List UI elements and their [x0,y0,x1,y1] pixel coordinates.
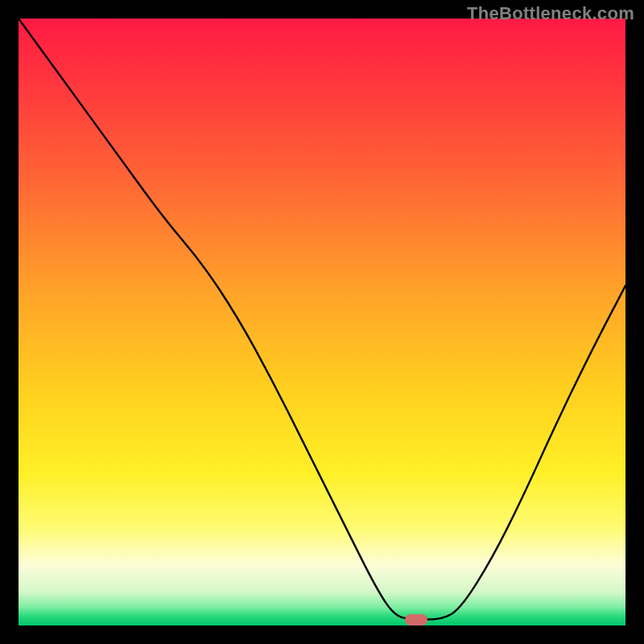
watermark-text: TheBottleneck.com [467,3,634,24]
bottleneck-curve [19,19,625,625]
chart-frame: TheBottleneck.com [0,0,644,644]
plot-area [19,19,625,625]
optimal-marker-icon [405,614,427,625]
